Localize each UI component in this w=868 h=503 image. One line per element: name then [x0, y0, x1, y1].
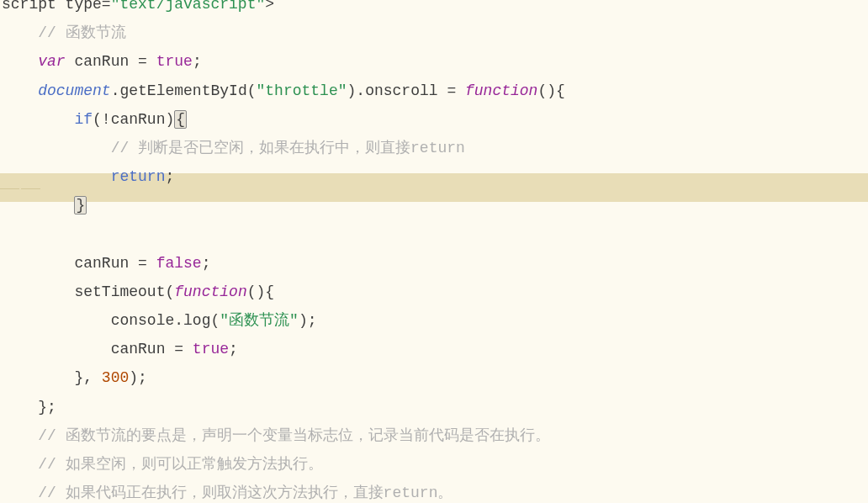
- code-line[interactable]: // 函数节流: [2, 19, 868, 47]
- code-line[interactable]: return;: [2, 162, 868, 191]
- code-line[interactable]: [2, 220, 868, 249]
- code-line[interactable]: document.getElementById("throttle").onsc…: [2, 77, 868, 105]
- code-line[interactable]: canRun = true;: [2, 335, 868, 363]
- code-line[interactable]: setTimeout(function(){: [2, 278, 868, 306]
- code-editor[interactable]: script type="text/javascript"> // 函数节流 v…: [0, 0, 868, 503]
- code-line[interactable]: if(!canRun){: [2, 105, 868, 134]
- code-line[interactable]: // 函数节流的要点是，声明一个变量当标志位，记录当前代码是否在执行。: [2, 421, 868, 450]
- code-line[interactable]: // 判断是否已空闲，如果在执行中，则直接return: [2, 134, 868, 162]
- code-line[interactable]: }, 300);: [2, 363, 868, 392]
- code-line[interactable]: canRun = false;: [2, 249, 868, 278]
- code-line[interactable]: var canRun = true;: [2, 47, 868, 76]
- code-line[interactable]: // 如果代码正在执行，则取消这次方法执行，直接return。: [2, 479, 868, 503]
- code-line[interactable]: console.log("函数节流");: [2, 306, 868, 335]
- code-line[interactable]: // 如果空闲，则可以正常触发方法执行。: [2, 450, 868, 479]
- code-line[interactable]: script type="text/javascript">: [2, 0, 868, 19]
- code-line[interactable]: };: [2, 393, 868, 421]
- code-line-active[interactable]: }: [2, 191, 868, 220]
- bracket-match-open: {: [174, 110, 187, 129]
- bracket-match-close: }: [74, 196, 87, 214]
